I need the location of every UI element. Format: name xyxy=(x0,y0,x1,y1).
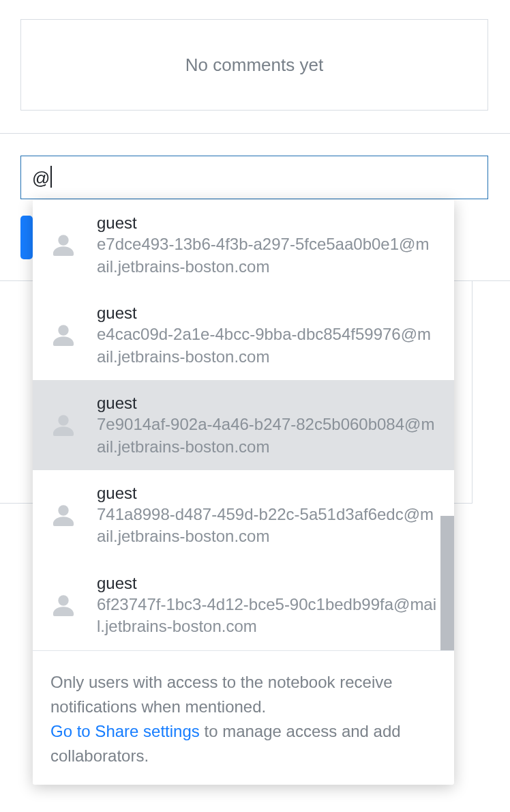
footer-info-text: Only users with access to the notebook r… xyxy=(50,670,436,719)
mention-option[interactable]: guest6f23747f-1bc3-4d12-bce5-90c1bedb99f… xyxy=(33,560,454,650)
mention-option-text: guest6f23747f-1bc3-4d12-bce5-90c1bedb99f… xyxy=(97,572,438,638)
avatar-icon xyxy=(46,228,80,262)
mention-option[interactable]: guest7e9014af-902a-4a46-b247-82c5b060b08… xyxy=(33,380,454,470)
mention-option-name: guest xyxy=(97,482,438,504)
mention-option-text: guest741a8998-d487-459d-b22c-5a51d3af6ed… xyxy=(97,482,438,548)
mention-option-text: guest7e9014af-902a-4a46-b247-82c5b060b08… xyxy=(97,392,438,458)
svg-point-2 xyxy=(58,415,68,425)
avatar-icon xyxy=(46,498,80,532)
svg-point-3 xyxy=(58,505,68,515)
avatar-icon xyxy=(46,588,80,622)
divider xyxy=(0,133,510,134)
submit-button[interactable] xyxy=(20,216,33,259)
scrollbar-thumb[interactable] xyxy=(440,516,454,650)
comment-input[interactable]: @ xyxy=(20,156,488,199)
mention-option-email: e4cac09d-2a1e-4bcc-9bba-dbc854f59976@mai… xyxy=(97,323,438,368)
mention-option-email: 6f23747f-1bc3-4d12-bce5-90c1bedb99fa@mai… xyxy=(97,594,438,638)
text-caret xyxy=(50,166,52,188)
mention-option[interactable]: guest741a8998-d487-459d-b22c-5a51d3af6ed… xyxy=(33,470,454,560)
mention-option-text: gueste4cac09d-2a1e-4bcc-9bba-dbc854f5997… xyxy=(97,302,438,368)
mention-option-name: guest xyxy=(97,212,438,233)
svg-point-0 xyxy=(58,235,68,245)
mention-option-email: 7e9014af-902a-4a46-b247-82c5b060b084@mai… xyxy=(97,414,438,458)
avatar-icon xyxy=(46,318,80,352)
mention-option-text: gueste7dce493-13b6-4f3b-a297-5fce5aa0b0e… xyxy=(97,212,438,278)
mention-option-email: e7dce493-13b6-4f3b-a297-5fce5aa0b0e1@mai… xyxy=(97,233,438,278)
comment-input-value: @ xyxy=(32,166,52,189)
mention-dropdown: gueste7dce493-13b6-4f3b-a297-5fce5aa0b0e… xyxy=(33,200,454,785)
mention-option[interactable]: gueste4cac09d-2a1e-4bcc-9bba-dbc854f5997… xyxy=(33,290,454,380)
mention-option-name: guest xyxy=(97,302,438,323)
share-settings-link[interactable]: Go to Share settings xyxy=(50,722,200,740)
no-comments-text: No comments yet xyxy=(185,55,323,76)
mention-dropdown-list[interactable]: gueste7dce493-13b6-4f3b-a297-5fce5aa0b0e… xyxy=(33,200,454,650)
svg-point-4 xyxy=(58,595,68,605)
avatar-icon xyxy=(46,408,80,442)
mention-option-email: 741a8998-d487-459d-b22c-5a51d3af6edc@mai… xyxy=(97,504,438,548)
mention-option-name: guest xyxy=(97,392,438,414)
mention-option-name: guest xyxy=(97,572,438,594)
svg-point-1 xyxy=(58,325,68,335)
footer-share-text: Go to Share settings to manage access an… xyxy=(50,719,436,768)
mention-option[interactable]: gueste7dce493-13b6-4f3b-a297-5fce5aa0b0e… xyxy=(33,200,454,290)
mention-dropdown-footer: Only users with access to the notebook r… xyxy=(33,651,454,785)
no-comments-panel: No comments yet xyxy=(20,19,488,111)
